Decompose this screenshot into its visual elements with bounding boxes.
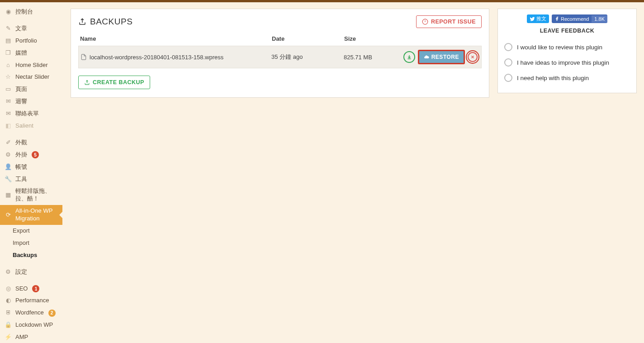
sidebar-item-plugins[interactable]: ⚙外掛5 — [0, 149, 62, 161]
export-icon — [78, 18, 86, 26]
user-icon: 👤 — [5, 163, 12, 171]
sidebar-item-label: 輕鬆排版拖、拉、酷！ — [15, 187, 59, 203]
sidebar-item-label: Export — [13, 227, 30, 235]
alert-icon — [422, 19, 428, 25]
radio-icon — [504, 58, 512, 67]
sidebar-item-lockdown[interactable]: 🔒Lockdown WP — [0, 319, 62, 331]
feedback-option-help[interactable]: I need help with this plugin — [504, 70, 630, 86]
sidebar-item-label: All-in-One WP Migration — [15, 207, 59, 223]
restore-highlight: RESTORE — [418, 50, 465, 64]
sidebar-item-layout[interactable]: ▦輕鬆排版拖、拉、酷！ — [0, 185, 62, 205]
sidebar-item-appearance[interactable]: ✐外觀 — [0, 137, 62, 149]
sidebar-item-contact[interactable]: ✉聯絡表單 — [0, 108, 62, 120]
sidebar-item-label: 文章 — [15, 25, 27, 33]
sidebar-item-label: Home Slider — [15, 62, 48, 69]
sidebar-sub-backups[interactable]: Backups — [0, 249, 62, 262]
sidebar-item-settings[interactable]: ⚙設定 — [0, 266, 62, 278]
feedback-title: LEAVE FEEDBACK — [504, 28, 630, 34]
backup-size: 825.71 MB — [344, 54, 398, 61]
feedback-panel: 推文 Recommend 1.8K LEAVE FEEDBACK I would… — [497, 9, 637, 93]
sidebar-item-home-slider[interactable]: ⌂Home Slider — [0, 59, 62, 71]
column-date: Date — [272, 35, 344, 42]
brush-icon: ✐ — [5, 139, 12, 146]
sidebar-item-label: AMP — [15, 333, 28, 341]
home-icon: ⌂ — [5, 62, 12, 69]
download-button[interactable] — [403, 51, 415, 63]
sidebar-item-label: Salient — [15, 122, 33, 130]
sidebar-item-label: Wordfence — [15, 309, 44, 317]
sidebar-item-label: Performance — [15, 297, 49, 305]
sidebar-item-label: 頁面 — [15, 86, 27, 93]
sidebar-item-tools[interactable]: 🔧工具 — [0, 173, 62, 186]
sidebar-item-amp[interactable]: ⚡AMP — [0, 331, 62, 343]
column-name: Name — [80, 35, 272, 42]
sidebar-item-pages[interactable]: ▭頁面 — [0, 83, 62, 95]
table-row: localhost-wordpress-20180401-081513-158.… — [78, 46, 482, 68]
sidebar-item-label: 聯絡表單 — [15, 110, 39, 118]
sidebar-item-migration[interactable]: ⟳All-in-One WP Migration — [0, 205, 62, 225]
portfolio-icon: ▤ — [5, 37, 12, 44]
sidebar-item-label: 工具 — [15, 176, 27, 183]
salient-icon: ◧ — [5, 122, 12, 129]
shield-icon: ⛨ — [5, 310, 12, 317]
backups-panel: BACKUPS REPORT ISSUE Name Date Size — [71, 9, 489, 98]
report-issue-button[interactable]: REPORT ISSUE — [416, 15, 482, 28]
admin-sidebar: ◉控制台 ✎文章 ▤Portfolio ❐媒體 ⌂Home Slider ☆Ne… — [0, 2, 62, 343]
delete-highlight — [466, 50, 479, 64]
sidebar-item-label: SEO — [15, 285, 28, 293]
export-icon — [84, 80, 90, 86]
sidebar-item-label: 媒體 — [15, 49, 27, 57]
file-icon — [80, 54, 87, 60]
mail-icon: ✉ — [5, 110, 12, 118]
sidebar-item-label: Backups — [13, 252, 37, 259]
sidebar-item-posts[interactable]: ✎文章 — [0, 23, 62, 35]
sidebar-item-performance[interactable]: ◐Performance — [0, 295, 62, 307]
sidebar-item-users[interactable]: 👤帳號 — [0, 161, 62, 173]
sidebar-item-label: Import — [13, 239, 29, 247]
sidebar-item-label: Nectar Slider — [15, 73, 49, 81]
cloud-icon — [424, 54, 429, 60]
backup-date: 35 分鐘 ago — [271, 53, 344, 61]
sidebar-item-label: 控制台 — [15, 8, 33, 16]
tweet-button[interactable]: 推文 — [527, 14, 549, 23]
sidebar-item-label: 設定 — [15, 268, 27, 276]
sidebar-sub-import[interactable]: Import — [0, 237, 62, 249]
seo-icon: ◎ — [5, 285, 12, 292]
recommend-button[interactable]: Recommend 1.8K — [552, 14, 607, 23]
table-header: Name Date Size — [78, 33, 482, 46]
restore-button[interactable]: RESTORE — [419, 51, 464, 63]
sidebar-sub-export[interactable]: Export — [0, 225, 62, 237]
plug-icon: ⚙ — [5, 151, 12, 158]
create-backup-button[interactable]: CREATE BACKUP — [78, 76, 150, 89]
recommend-count: 1.8K — [592, 15, 607, 23]
main-content: BACKUPS REPORT ISSUE Name Date Size — [62, 2, 644, 343]
page-title: BACKUPS — [78, 17, 133, 27]
sidebar-item-dashboard[interactable]: ◉控制台 — [0, 6, 62, 18]
update-badge: 5 — [32, 151, 39, 158]
sidebar-item-comments[interactable]: ✉迴響 — [0, 95, 62, 108]
backup-name: localhost-wordpress-20180401-081513-158.… — [90, 54, 223, 61]
sidebar-item-wordfence[interactable]: ⛨Wordfence2 — [0, 307, 62, 319]
lock-icon: 🔒 — [5, 322, 12, 329]
sidebar-item-media[interactable]: ❐媒體 — [0, 47, 62, 59]
sidebar-item-seo[interactable]: ◎SEO1 — [0, 283, 62, 295]
radio-icon — [504, 43, 512, 51]
feedback-option-ideas[interactable]: I have ideas to improve this plugin — [504, 55, 630, 70]
feedback-option-review[interactable]: I would like to review this plugin — [504, 39, 630, 55]
update-badge: 2 — [48, 310, 56, 317]
sidebar-item-portfolio[interactable]: ▤Portfolio — [0, 35, 62, 47]
close-icon — [470, 55, 475, 59]
delete-button[interactable] — [468, 52, 478, 62]
dashboard-icon: ◉ — [5, 8, 12, 15]
migrate-icon: ⟳ — [5, 211, 12, 219]
sidebar-item-label: 迴響 — [15, 98, 27, 105]
facebook-icon — [554, 16, 559, 21]
layout-icon: ▦ — [5, 191, 12, 199]
sidebar-item-label: 外觀 — [15, 139, 27, 147]
sidebar-item-label: Lockdown WP — [15, 321, 53, 329]
wrench-icon: 🔧 — [5, 176, 12, 183]
pin-icon: ✎ — [5, 25, 12, 32]
sidebar-item-salient[interactable]: ◧Salient — [0, 120, 62, 132]
column-size: Size — [344, 35, 398, 42]
sidebar-item-nectar-slider[interactable]: ☆Nectar Slider — [0, 71, 62, 83]
